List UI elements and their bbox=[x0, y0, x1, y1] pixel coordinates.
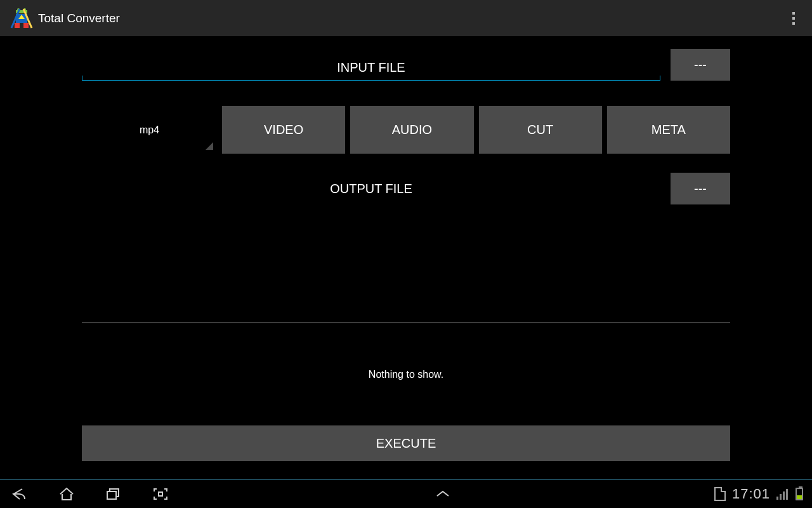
main-content: INPUT FILE --- mp4 VIDEO AUDIO CUT META … bbox=[0, 36, 812, 479]
svg-rect-9 bbox=[107, 491, 116, 499]
tab-meta[interactable]: META bbox=[607, 106, 730, 154]
format-spinner-value: mp4 bbox=[140, 124, 159, 136]
svg-rect-10 bbox=[159, 492, 162, 496]
svg-rect-5 bbox=[15, 23, 20, 28]
input-browse-button[interactable]: --- bbox=[671, 49, 730, 81]
action-bar: Total Converter bbox=[0, 0, 812, 36]
app-title: Total Converter bbox=[38, 11, 120, 25]
signal-icon bbox=[776, 488, 789, 500]
screenshot-button[interactable] bbox=[150, 483, 171, 505]
app-icon bbox=[9, 6, 34, 31]
execute-button[interactable]: EXECUTE bbox=[82, 425, 730, 461]
divider bbox=[82, 322, 730, 323]
clock: 17:01 bbox=[732, 486, 770, 502]
output-file-label-wrap: OUTPUT FILE bbox=[82, 173, 660, 204]
system-nav-bar: 17:01 bbox=[0, 479, 812, 508]
output-browse-button[interactable]: --- bbox=[671, 173, 730, 204]
back-button[interactable] bbox=[9, 483, 30, 505]
battery-icon bbox=[796, 488, 803, 500]
expand-notifications-button[interactable] bbox=[432, 483, 454, 505]
overflow-menu-button[interactable] bbox=[782, 6, 806, 30]
recents-button[interactable] bbox=[103, 483, 124, 505]
input-file-hint: INPUT FILE bbox=[337, 60, 405, 75]
input-file-field[interactable]: INPUT FILE bbox=[82, 51, 660, 81]
input-file-row: INPUT FILE --- bbox=[82, 49, 730, 81]
svg-rect-6 bbox=[23, 23, 29, 28]
tabs-row: mp4 VIDEO AUDIO CUT META bbox=[82, 106, 730, 154]
tab-video[interactable]: VIDEO bbox=[222, 106, 345, 154]
output-file-row: OUTPUT FILE --- bbox=[82, 173, 730, 204]
tab-audio[interactable]: AUDIO bbox=[350, 106, 473, 154]
format-spinner[interactable]: mp4 bbox=[82, 106, 217, 154]
home-button[interactable] bbox=[56, 483, 77, 505]
tab-cut[interactable]: CUT bbox=[479, 106, 602, 154]
status-text: Nothing to show. bbox=[0, 369, 812, 380]
sd-card-icon bbox=[714, 487, 726, 501]
output-file-label: OUTPUT FILE bbox=[330, 182, 412, 196]
